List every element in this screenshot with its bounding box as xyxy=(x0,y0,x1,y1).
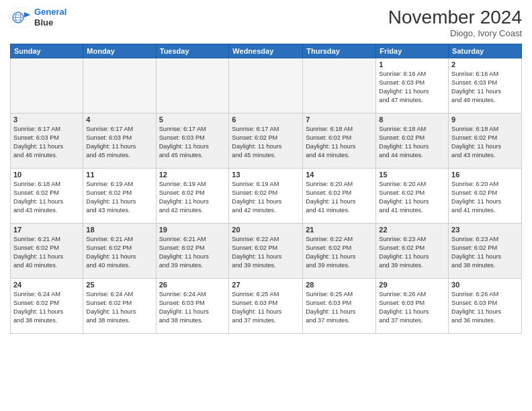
day-info: Sunrise: 6:22 AMSunset: 6:02 PMDaylight:… xyxy=(306,235,373,270)
calendar-cell: 18Sunrise: 6:21 AMSunset: 6:02 PMDayligh… xyxy=(83,224,156,279)
day-number: 11 xyxy=(86,171,152,179)
day-info: Sunrise: 6:20 AMSunset: 6:02 PMDaylight:… xyxy=(379,180,445,215)
day-number: 10 xyxy=(13,171,80,179)
calendar-cell: 26Sunrise: 6:24 AMSunset: 6:03 PMDayligh… xyxy=(156,279,229,334)
day-info: Sunrise: 6:24 AMSunset: 6:02 PMDaylight:… xyxy=(86,290,152,325)
calendar-cell: 22Sunrise: 6:23 AMSunset: 6:02 PMDayligh… xyxy=(376,224,449,279)
calendar-cell: 29Sunrise: 6:26 AMSunset: 6:03 PMDayligh… xyxy=(376,279,449,334)
calendar-cell xyxy=(83,58,156,113)
day-number: 26 xyxy=(159,281,226,289)
calendar-cell: 3Sunrise: 6:17 AMSunset: 6:03 PMDaylight… xyxy=(11,113,83,169)
day-number: 4 xyxy=(86,116,152,124)
calendar-week-4: 17Sunrise: 6:21 AMSunset: 6:02 PMDayligh… xyxy=(11,224,522,279)
calendar-cell: 14Sunrise: 6:20 AMSunset: 6:02 PMDayligh… xyxy=(303,169,376,224)
day-info: Sunrise: 6:21 AMSunset: 6:02 PMDaylight:… xyxy=(13,235,80,270)
day-info: Sunrise: 6:20 AMSunset: 6:02 PMDaylight:… xyxy=(306,180,373,215)
logo-icon xyxy=(10,7,32,28)
calendar-cell: 5Sunrise: 6:17 AMSunset: 6:03 PMDaylight… xyxy=(156,113,229,169)
calendar-cell: 2Sunrise: 6:16 AMSunset: 6:03 PMDaylight… xyxy=(449,58,522,113)
calendar-cell: 13Sunrise: 6:19 AMSunset: 6:02 PMDayligh… xyxy=(229,169,303,224)
day-number: 7 xyxy=(306,116,373,124)
weekday-header-row: SundayMondayTuesdayWednesdayThursdayFrid… xyxy=(11,44,522,58)
day-info: Sunrise: 6:24 AMSunset: 6:02 PMDaylight:… xyxy=(13,290,80,325)
day-number: 28 xyxy=(306,281,373,289)
weekday-header-monday: Monday xyxy=(83,44,156,58)
calendar-cell: 1Sunrise: 6:16 AMSunset: 6:03 PMDaylight… xyxy=(376,58,449,113)
day-info: Sunrise: 6:19 AMSunset: 6:02 PMDaylight:… xyxy=(159,180,226,215)
day-number: 17 xyxy=(13,226,80,234)
day-info: Sunrise: 6:26 AMSunset: 6:03 PMDaylight:… xyxy=(451,290,519,325)
logo: General Blue xyxy=(10,7,66,28)
day-number: 1 xyxy=(379,60,445,68)
day-number: 30 xyxy=(451,281,519,289)
calendar-cell: 8Sunrise: 6:18 AMSunset: 6:02 PMDaylight… xyxy=(376,113,449,169)
day-number: 13 xyxy=(232,171,300,179)
calendar-cell: 24Sunrise: 6:24 AMSunset: 6:02 PMDayligh… xyxy=(11,279,83,334)
calendar-cell: 10Sunrise: 6:18 AMSunset: 6:02 PMDayligh… xyxy=(11,169,83,224)
calendar-cell: 30Sunrise: 6:26 AMSunset: 6:03 PMDayligh… xyxy=(449,279,522,334)
calendar-week-5: 24Sunrise: 6:24 AMSunset: 6:02 PMDayligh… xyxy=(11,279,522,334)
day-number: 29 xyxy=(379,281,445,289)
day-number: 22 xyxy=(379,226,445,234)
day-number: 27 xyxy=(232,281,300,289)
day-info: Sunrise: 6:23 AMSunset: 6:02 PMDaylight:… xyxy=(379,235,445,270)
day-number: 16 xyxy=(451,171,519,179)
day-info: Sunrise: 6:18 AMSunset: 6:02 PMDaylight:… xyxy=(13,180,80,215)
day-info: Sunrise: 6:24 AMSunset: 6:03 PMDaylight:… xyxy=(159,290,226,325)
calendar-cell xyxy=(156,58,229,113)
weekday-header-tuesday: Tuesday xyxy=(156,44,229,58)
day-info: Sunrise: 6:17 AMSunset: 6:03 PMDaylight:… xyxy=(159,125,226,160)
calendar-cell: 11Sunrise: 6:19 AMSunset: 6:02 PMDayligh… xyxy=(83,169,156,224)
calendar-cell xyxy=(11,58,83,113)
calendar-cell: 9Sunrise: 6:18 AMSunset: 6:02 PMDaylight… xyxy=(449,113,522,169)
day-info: Sunrise: 6:18 AMSunset: 6:02 PMDaylight:… xyxy=(306,125,373,160)
day-number: 20 xyxy=(232,226,300,234)
calendar-cell: 28Sunrise: 6:25 AMSunset: 6:03 PMDayligh… xyxy=(303,279,376,334)
day-info: Sunrise: 6:17 AMSunset: 6:02 PMDaylight:… xyxy=(232,125,300,160)
day-number: 23 xyxy=(451,226,519,234)
weekday-header-saturday: Saturday xyxy=(449,44,522,58)
calendar-week-1: 1Sunrise: 6:16 AMSunset: 6:03 PMDaylight… xyxy=(11,58,522,113)
weekday-header-sunday: Sunday xyxy=(11,44,83,58)
logo-text: General Blue xyxy=(34,7,66,28)
day-info: Sunrise: 6:18 AMSunset: 6:02 PMDaylight:… xyxy=(451,125,519,160)
day-info: Sunrise: 6:17 AMSunset: 6:03 PMDaylight:… xyxy=(13,125,80,160)
location: Diogo, Ivory Coast xyxy=(388,28,522,38)
day-number: 3 xyxy=(13,116,80,124)
calendar-cell: 25Sunrise: 6:24 AMSunset: 6:02 PMDayligh… xyxy=(83,279,156,334)
day-number: 25 xyxy=(86,281,152,289)
calendar-cell: 23Sunrise: 6:23 AMSunset: 6:02 PMDayligh… xyxy=(449,224,522,279)
calendar-cell: 17Sunrise: 6:21 AMSunset: 6:02 PMDayligh… xyxy=(11,224,83,279)
calendar-cell xyxy=(229,58,303,113)
calendar-cell: 21Sunrise: 6:22 AMSunset: 6:02 PMDayligh… xyxy=(303,224,376,279)
day-number: 9 xyxy=(451,116,519,124)
calendar-cell xyxy=(303,58,376,113)
title-block: November 2024 Diogo, Ivory Coast xyxy=(388,7,522,38)
day-number: 8 xyxy=(379,116,445,124)
day-info: Sunrise: 6:18 AMSunset: 6:02 PMDaylight:… xyxy=(379,125,445,160)
day-number: 19 xyxy=(159,226,226,234)
calendar-week-2: 3Sunrise: 6:17 AMSunset: 6:03 PMDaylight… xyxy=(11,113,522,169)
day-info: Sunrise: 6:16 AMSunset: 6:03 PMDaylight:… xyxy=(379,70,445,105)
month-title: November 2024 xyxy=(388,7,522,28)
day-info: Sunrise: 6:25 AMSunset: 6:03 PMDaylight:… xyxy=(232,290,300,325)
page: General Blue November 2024 Diogo, Ivory … xyxy=(0,0,532,411)
day-number: 14 xyxy=(306,171,373,179)
day-info: Sunrise: 6:20 AMSunset: 6:02 PMDaylight:… xyxy=(451,180,519,215)
weekday-header-wednesday: Wednesday xyxy=(229,44,303,58)
calendar-week-3: 10Sunrise: 6:18 AMSunset: 6:02 PMDayligh… xyxy=(11,169,522,224)
day-number: 5 xyxy=(159,116,226,124)
calendar-cell: 6Sunrise: 6:17 AMSunset: 6:02 PMDaylight… xyxy=(229,113,303,169)
day-info: Sunrise: 6:25 AMSunset: 6:03 PMDaylight:… xyxy=(306,290,373,325)
day-number: 6 xyxy=(232,116,300,124)
day-number: 2 xyxy=(451,60,519,68)
calendar-table: SundayMondayTuesdayWednesdayThursdayFrid… xyxy=(10,44,522,334)
calendar-cell: 16Sunrise: 6:20 AMSunset: 6:02 PMDayligh… xyxy=(449,169,522,224)
day-number: 18 xyxy=(86,226,152,234)
day-number: 12 xyxy=(159,171,226,179)
day-info: Sunrise: 6:19 AMSunset: 6:02 PMDaylight:… xyxy=(232,180,300,215)
calendar-cell: 15Sunrise: 6:20 AMSunset: 6:02 PMDayligh… xyxy=(376,169,449,224)
day-info: Sunrise: 6:17 AMSunset: 6:03 PMDaylight:… xyxy=(86,125,152,160)
calendar-cell: 4Sunrise: 6:17 AMSunset: 6:03 PMDaylight… xyxy=(83,113,156,169)
day-info: Sunrise: 6:22 AMSunset: 6:02 PMDaylight:… xyxy=(232,235,300,270)
